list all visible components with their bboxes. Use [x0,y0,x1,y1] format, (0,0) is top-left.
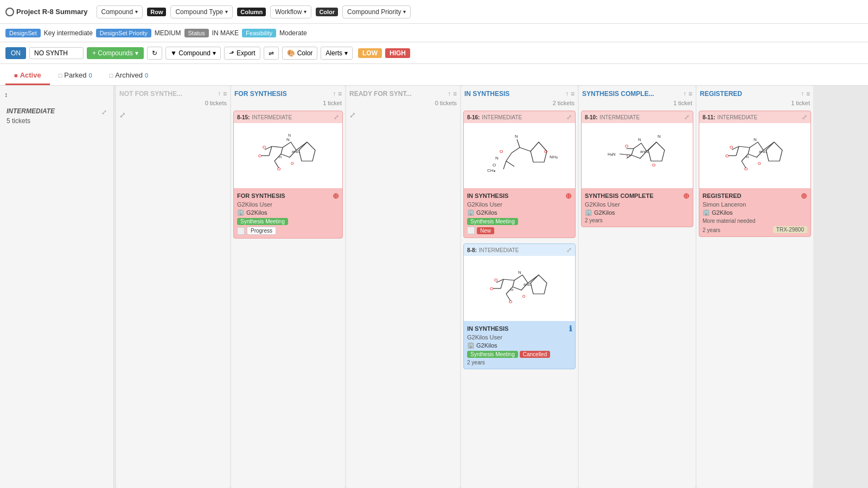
card-id: 8-15: [237,114,250,120]
feasibility-tag[interactable]: Feasibility [242,29,276,37]
menu-icon[interactable]: ≡ [571,90,575,98]
card-8-10[interactable]: 8-10: INTERMEDIATE ⤢ O O [581,111,693,227]
sort-asc-icon[interactable]: ↑ [448,90,451,98]
svg-line-62 [739,146,750,147]
sidebar-ticket-count: 5 tickets [7,117,107,125]
compound-type-dropdown[interactable]: Compound Type ▾ [170,5,233,18]
workflow-label: Workflow [275,8,302,16]
column-badge: Column [237,8,266,16]
menu-icon[interactable]: ≡ [453,90,457,98]
share-button[interactable]: ⇌ [264,47,279,60]
compound-label: Compound [101,8,133,16]
card-user: G2Kilos User [585,201,690,208]
sort-asc-icon[interactable]: ↑ [333,90,336,98]
alert-icon: ⊕ [801,191,807,200]
org-name: G2Kilos [712,209,733,216]
compounds-label: + Compounds [92,49,133,57]
alerts-button[interactable]: Alerts ▾ [321,47,353,60]
card-8-11[interactable]: 8-11: INTERMEDIATE ⤢ [699,111,811,237]
expand-icon[interactable]: ⤢ [684,113,690,121]
svg-text:and1: and1 [759,150,768,153]
menu-icon[interactable]: ≡ [223,90,227,98]
sort-asc-icon[interactable]: ↑ [683,90,686,98]
card-tags: Synthesis Meeting [467,218,572,225]
card-status-text: IN SYNTHESIS [467,192,508,199]
refresh-icon: ↻ [152,49,157,57]
compound-type-label: Compound Type [175,8,223,16]
card-org: 🏢 G2Kilos [585,209,690,216]
expand-icon[interactable]: ⤢ [566,113,572,121]
menu-icon[interactable]: ≡ [688,90,692,98]
card-8-8[interactable]: 8-8: INTERMEDIATE ⤢ [463,243,576,369]
compound-filter-button[interactable]: ▼ Compound ▾ [165,47,221,60]
design-set-priority-tag[interactable]: DesignSet Priority [96,29,151,37]
col-expand[interactable]: ⤢ [116,108,230,488]
card-trx: TRX-29800 [773,226,807,233]
tabs-area: ■ Active □ Parked 0 □ Archived 0 [0,64,868,86]
card-user: G2Kilos User [467,334,572,341]
alerts-label: Alerts [326,49,342,57]
org-name: G2Kilos [594,209,615,216]
compounds-button[interactable]: + Compounds ▾ [87,47,144,59]
color-icon: 🎨 [287,49,295,57]
alert-icon: ⊕ [565,191,572,200]
design-set-tag[interactable]: DesignSet [5,29,41,37]
key-intermediate-text: Key intermediate [44,29,93,37]
card-type: INTERMEDIATE [717,114,757,120]
card-org: 🏢 G2Kilos [467,209,572,216]
sort-button[interactable]: ↕ [4,91,109,99]
card-molecule: O O H₂N and1 N N [582,123,693,188]
svg-text:O: O [277,166,280,171]
col-expand[interactable]: ⤢ [346,108,460,121]
card-status: FOR SYNTHESIS ⊕ [237,191,339,200]
alert-icon: ℹ [569,324,572,333]
tag-synthesis: Synthesis Meeting [237,218,288,225]
tab-parked[interactable]: □ Parked 0 [50,67,101,85]
svg-text:N: N [638,137,641,142]
priority-high-badge[interactable]: HIGH [385,48,410,58]
compound-dropdown[interactable]: Compound ▾ [97,5,143,18]
expand-icon[interactable]: ⤢ [334,113,339,121]
expand-icon[interactable]: ⤢ [566,246,572,254]
svg-line-66 [763,142,774,150]
card-type: INTERMEDIATE [482,114,522,120]
svg-text:H: H [510,288,513,292]
color-button[interactable]: 🎨 Color [282,47,318,60]
card-8-16[interactable]: 8-16: INTERMEDIATE ⤢ N O [463,111,576,238]
card-type: INTERMEDIATE [479,247,519,253]
svg-text:H: H [279,155,282,159]
menu-icon[interactable]: ≡ [338,90,342,98]
on-button[interactable]: ON [5,47,26,59]
tab-active[interactable]: ■ Active [5,67,50,85]
alerts-caret: ▾ [344,49,348,57]
svg-text:O: O [758,162,761,165]
expand-icon[interactable]: ⤢ [346,108,460,121]
alert-icon: ⊕ [683,191,690,200]
card-8-15[interactable]: 8-15: INTERMEDIATE ⤢ [233,111,343,239]
compound-priority-dropdown[interactable]: Compound Priority ▾ [342,5,411,18]
checkbox[interactable] [237,227,245,235]
expand-icon[interactable]: ⤢ [101,108,107,116]
org-icon: 🏢 [585,209,592,216]
checkbox[interactable] [467,227,475,234]
col-for-synthesis: FOR SYNTHESIS ↑ ≡ 1 ticket 8-15: INTERME… [231,86,345,488]
tab-archived[interactable]: □ Archived 0 [101,67,157,85]
second-bar: DesignSet Key intermediate DesignSet Pri… [0,24,868,42]
card-type: INTERMEDIATE [252,114,292,120]
card-status: REGISTERED ⊕ [703,191,807,200]
sort-asc-icon[interactable]: ↑ [565,90,569,98]
expand-icon[interactable]: ⤢ [116,108,230,121]
workflow-dropdown[interactable]: Workflow ▾ [270,5,311,18]
status-tag[interactable]: Status [184,29,209,37]
expand-icon[interactable]: ⤢ [802,113,807,121]
priority-low-badge[interactable]: LOW [358,48,382,58]
export-button[interactable]: ⬏ Export [224,47,260,60]
refresh-button[interactable]: ↻ [147,47,162,60]
filter-input[interactable] [29,47,84,59]
card-org: 🏢 G2Kilos [467,342,572,349]
sort-asc-icon[interactable]: ↑ [218,90,221,98]
card-status-text: FOR SYNTHESIS [237,192,285,199]
svg-text:O: O [652,163,655,168]
sort-asc-icon[interactable]: ↑ [801,90,804,98]
menu-icon[interactable]: ≡ [806,90,810,98]
